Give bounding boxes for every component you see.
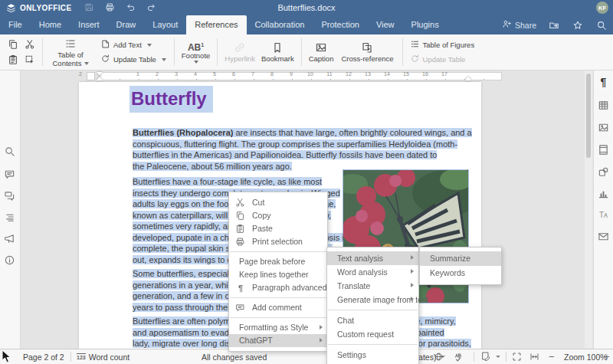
share-button[interactable]: Share xyxy=(502,19,536,31)
tab-file[interactable]: File xyxy=(0,15,31,34)
chat-icon[interactable] xyxy=(4,190,16,202)
footnote-icon: AB1 xyxy=(188,41,204,52)
text-line[interactable]: Butterflies have a four-stage life cycle… xyxy=(133,176,348,188)
textart-settings-icon[interactable]: Tᴀ xyxy=(598,209,610,221)
word-count-button[interactable]: 123 Word count xyxy=(77,349,129,364)
tab-plugins[interactable]: Plugins xyxy=(403,15,447,34)
chart-settings-icon[interactable] xyxy=(598,188,610,200)
table-of-figures-button[interactable]: Table of Figures xyxy=(410,39,475,51)
ribbon-tab-bar: FileHomeInsertDrawLayoutReferencesCollab… xyxy=(0,15,613,34)
text-line[interactable]: butterflies in the Americas) and Papilio… xyxy=(133,149,472,161)
ruler-number: 2 xyxy=(79,71,82,77)
workspace: ¶Tᴀ 211234567891011121314151617 Butterfl… xyxy=(0,71,613,349)
menu-item-add-comment[interactable]: Add comment xyxy=(229,301,327,314)
menu-item-print-selection[interactable]: Print selection xyxy=(229,235,327,248)
cut-button[interactable] xyxy=(21,37,38,52)
comment-icon[interactable] xyxy=(4,169,16,181)
update-table-figures-button[interactable]: Update Table xyxy=(410,54,475,65)
chatgpt-item-word-analysis[interactable]: Word analysis xyxy=(327,265,418,279)
paste-button[interactable] xyxy=(5,52,21,67)
zoom-out-button[interactable]: − xyxy=(549,349,555,364)
shape-settings-icon[interactable] xyxy=(598,166,610,179)
menu-item-cut[interactable]: Cut xyxy=(229,196,327,209)
text-line[interactable]: conspicuous, fluttering flight. The grou… xyxy=(133,139,472,150)
tab-collaboration[interactable]: Collaboration xyxy=(247,15,313,34)
track-changes-button[interactable] xyxy=(481,349,500,364)
chatgpt-item-settings[interactable]: Settings xyxy=(327,348,418,362)
select-all-button[interactable] xyxy=(21,52,38,67)
tab-protection[interactable]: Protection xyxy=(313,15,368,34)
tab-layout[interactable]: Layout xyxy=(144,15,186,34)
tab-references[interactable]: References xyxy=(186,15,246,34)
mailmerge-icon[interactable] xyxy=(598,231,610,243)
document-language-icon[interactable] xyxy=(434,349,444,364)
user-avatar[interactable]: KF xyxy=(596,2,608,14)
caption-button[interactable]: Caption xyxy=(306,39,337,65)
open-file-location-icon[interactable] xyxy=(549,20,559,31)
menu-item-page-break-before[interactable]: Page break before xyxy=(229,255,327,268)
scrollbar-thumb[interactable] xyxy=(586,74,591,158)
fit-page-button[interactable] xyxy=(512,349,522,364)
onlyoffice-logo-icon xyxy=(6,3,16,13)
analysis-item-summarize[interactable]: Summarize xyxy=(420,251,501,266)
feedback-icon[interactable] xyxy=(4,233,16,245)
tab-insert[interactable]: Insert xyxy=(70,15,108,34)
tab-view[interactable]: View xyxy=(368,15,403,34)
chatgpt-item-text-analysis[interactable]: Text analysis xyxy=(327,251,418,265)
menu-item-formatting-as-style[interactable]: Formatting as Style xyxy=(229,321,327,334)
about-icon[interactable] xyxy=(4,254,16,267)
table-settings-icon[interactable] xyxy=(598,100,610,112)
copy-button[interactable] xyxy=(5,37,21,52)
chatgpt-item-generate-image-from-text[interactable]: Generate image from text xyxy=(327,293,418,307)
zoom-in-button[interactable]: + xyxy=(604,349,610,364)
right-indent-marker[interactable] xyxy=(465,76,471,80)
table-of-contents-button[interactable]: Table of Contents xyxy=(47,35,94,69)
pilcrow-icon: ¶ xyxy=(235,283,246,293)
paragraph-1[interactable]: Butterflies (Rhopalocera) are insects th… xyxy=(133,127,472,172)
tab-stop-selector[interactable] xyxy=(87,72,95,80)
update-table-button[interactable]: Update Table xyxy=(100,54,166,65)
favorite-star-icon[interactable] xyxy=(572,20,583,31)
horizontal-ruler[interactable]: 211234567891011121314151617 xyxy=(21,71,584,81)
menu-item-copy[interactable]: Copy xyxy=(229,209,327,222)
spellcheck-icon[interactable] xyxy=(454,349,464,364)
navigation-icon[interactable] xyxy=(4,212,16,224)
redo-button[interactable] xyxy=(146,2,157,13)
chatgpt-item-translate[interactable]: Translate xyxy=(327,279,418,293)
left-indent-marker[interactable] xyxy=(97,77,103,80)
add-text-button[interactable]: Add Text xyxy=(100,39,166,51)
first-line-indent-marker[interactable] xyxy=(97,72,103,76)
paragraph-settings-icon[interactable]: ¶ xyxy=(598,77,610,89)
zoom-level[interactable]: Zoom 100% xyxy=(564,349,608,364)
undo-button[interactable] xyxy=(126,2,136,13)
submenu-arrow-icon xyxy=(411,269,414,274)
fit-width-button[interactable] xyxy=(529,349,539,364)
cross-reference-button[interactable]: Cross-reference xyxy=(336,39,398,65)
menu-item-chatgpt[interactable]: ChatGPT xyxy=(229,334,327,347)
tab-draw[interactable]: Draw xyxy=(108,15,145,34)
chatgpt-item-custom-request[interactable]: Custom request xyxy=(327,327,418,341)
text-line[interactable]: Butterflies (Rhopalocera) are insects th… xyxy=(133,127,472,139)
hyperlink-button[interactable]: Hyperlink xyxy=(221,39,258,65)
print-button[interactable] xyxy=(105,2,116,13)
tab-home[interactable]: Home xyxy=(31,15,70,34)
headerfooter-settings-icon[interactable] xyxy=(598,144,610,156)
vertical-scrollbar[interactable] xyxy=(585,71,592,349)
image-settings-icon[interactable] xyxy=(598,122,610,134)
context-menu: CutCopyPastePrint selectionPage break be… xyxy=(228,192,328,352)
menu-item-paragraph-advanced-settings[interactable]: ¶Paragraph advanced settings xyxy=(229,281,327,294)
menu-item-keep-lines-together[interactable]: Keep lines together xyxy=(229,268,327,281)
footnote-button[interactable]: AB1 Footnote xyxy=(179,40,214,65)
app-name: ONLYOFFICE xyxy=(20,4,72,12)
analysis-item-keywords[interactable]: Keywords xyxy=(420,266,501,280)
page-indicator[interactable]: Page 2 of 2 xyxy=(23,349,64,364)
search-icon[interactable] xyxy=(4,146,16,158)
search-icon[interactable] xyxy=(596,20,607,31)
left-sidebar xyxy=(0,71,21,349)
mouse-cursor xyxy=(2,349,11,364)
menu-item-paste[interactable]: Paste xyxy=(229,222,327,235)
document-heading[interactable]: Butterfly xyxy=(129,88,213,110)
save-button[interactable] xyxy=(84,2,95,13)
bookmark-button[interactable]: Bookmark xyxy=(258,39,297,65)
chatgpt-item-chat[interactable]: Chat xyxy=(327,313,418,327)
